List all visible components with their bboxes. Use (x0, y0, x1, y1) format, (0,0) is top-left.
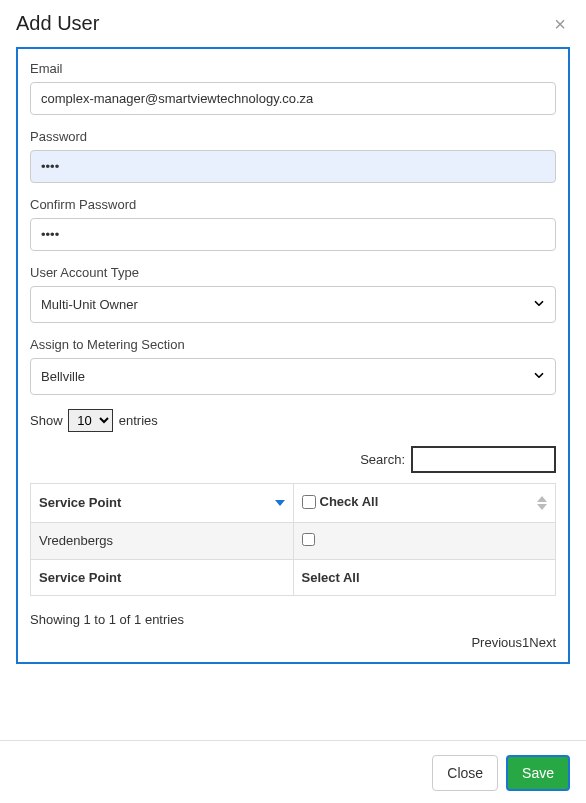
password-label: Password (30, 129, 556, 144)
metering-section-label: Assign to Metering Section (30, 337, 556, 352)
footer-col-service-point: Service Point (31, 559, 294, 595)
prev-page[interactable]: Previous (471, 635, 522, 650)
account-type-select[interactable]: Multi-Unit Owner (30, 286, 556, 323)
show-suffix: entries (119, 413, 158, 428)
account-type-value: Multi-Unit Owner (41, 297, 138, 312)
modal-footer: Close Save (0, 740, 586, 804)
datatable-info: Showing 1 to 1 of 1 entries (30, 612, 556, 627)
account-type-label: User Account Type (30, 265, 556, 280)
account-type-group: User Account Type Multi-Unit Owner (30, 265, 556, 323)
datatable-paginate: Previous1Next (30, 635, 556, 650)
password-field[interactable] (30, 150, 556, 183)
password-group: Password (30, 129, 556, 183)
close-button[interactable]: Close (432, 755, 498, 791)
datatable-controls: Show 10 entries Search: (30, 409, 556, 473)
save-button[interactable]: Save (506, 755, 570, 791)
col-service-point[interactable]: Service Point (31, 484, 294, 523)
col-check-all[interactable]: Check All (293, 484, 556, 523)
search-input[interactable] (411, 446, 556, 473)
modal-header: Add User × (0, 0, 586, 47)
confirm-password-group: Confirm Password (30, 197, 556, 251)
table-row: Vredenbergs (31, 522, 556, 559)
metering-section-group: Assign to Metering Section Bellville (30, 337, 556, 395)
service-point-table: Service Point Check All (30, 483, 556, 596)
row-checkbox-cell (293, 522, 556, 559)
check-all-text: Check All (320, 494, 379, 509)
email-group: Email (30, 61, 556, 115)
check-all-label[interactable]: Check All (302, 494, 379, 509)
entries-length: Show 10 entries (30, 409, 556, 432)
metering-section-select[interactable]: Bellville (30, 358, 556, 395)
next-page[interactable]: Next (529, 635, 556, 650)
modal-title: Add User (16, 12, 99, 35)
confirm-password-field[interactable] (30, 218, 556, 251)
email-field[interactable] (30, 82, 556, 115)
show-prefix: Show (30, 413, 63, 428)
footer-col-select-all: Select All (293, 559, 556, 595)
entries-select[interactable]: 10 (68, 409, 113, 432)
modal-body: Email Password Confirm Password User Acc… (0, 47, 586, 680)
add-user-modal: Add User × Email Password Confirm Passwo… (0, 0, 586, 803)
datatable-search: Search: (30, 446, 556, 473)
row-checkbox[interactable] (302, 533, 315, 546)
confirm-password-label: Confirm Password (30, 197, 556, 212)
col-service-point-label: Service Point (39, 495, 121, 510)
form-area: Email Password Confirm Password User Acc… (16, 47, 570, 664)
sort-both-icon (537, 494, 547, 512)
search-label: Search: (360, 452, 405, 467)
check-all-checkbox[interactable] (302, 495, 316, 509)
metering-section-value: Bellville (41, 369, 85, 384)
row-service-point: Vredenbergs (31, 522, 294, 559)
close-icon[interactable]: × (550, 14, 570, 34)
sort-asc-icon (275, 498, 285, 508)
email-label: Email (30, 61, 556, 76)
